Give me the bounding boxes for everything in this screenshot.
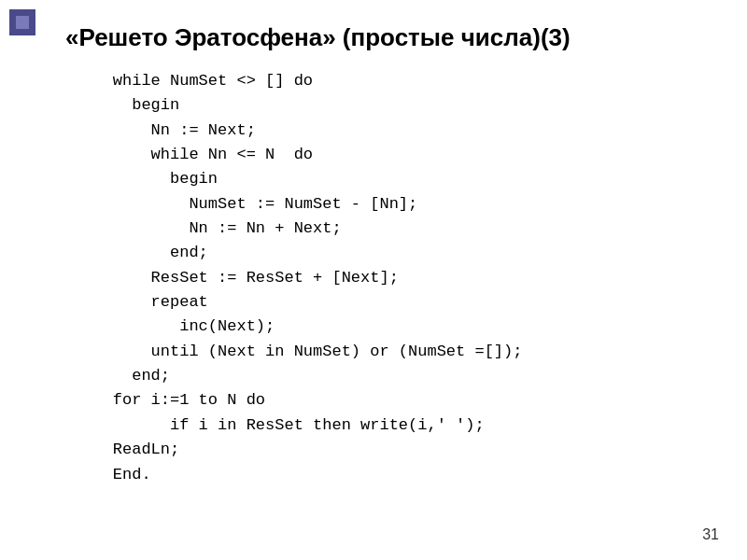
code-line-11: inc(Next); [75,315,719,339]
code-line-13: end; [75,364,719,388]
code-line-15: if i in ResSet then write(i,' '); [75,413,719,438]
code-line-7: Nn := Nn + Next; [75,217,719,241]
code-line-14: for i:=1 to N do [75,388,719,413]
code-line-5: begin [75,167,719,191]
code-line-3: Nn := Next; [75,119,719,143]
page-number: 31 [702,526,719,543]
code-line-8: end; [75,241,719,265]
code-line-6: NumSet := NumSet - [Nn]; [75,192,719,217]
slide-title: «Решето Эратосфена» (простые числа)(3) [65,23,719,52]
code-line-9: ResSet := ResSet + [Next]; [75,266,719,290]
code-block: while NumSet <> [] do begin Nn := Next; … [75,69,719,487]
code-line-12: until (Next in NumSet) or (NumSet =[]); [75,340,719,364]
code-line-1: while NumSet <> [] do [75,69,719,93]
corner-inner [16,16,29,29]
code-line-4: while Nn <= N do [75,143,719,167]
corner-decoration [9,9,35,35]
code-line-2: begin [75,93,719,118]
code-line-16: ReadLn; [75,438,719,462]
code-line-17: End. [75,463,719,487]
code-line-10: repeat [75,290,719,315]
slide-container: «Решето Эратосфена» (простые числа)(3) w… [0,0,747,560]
